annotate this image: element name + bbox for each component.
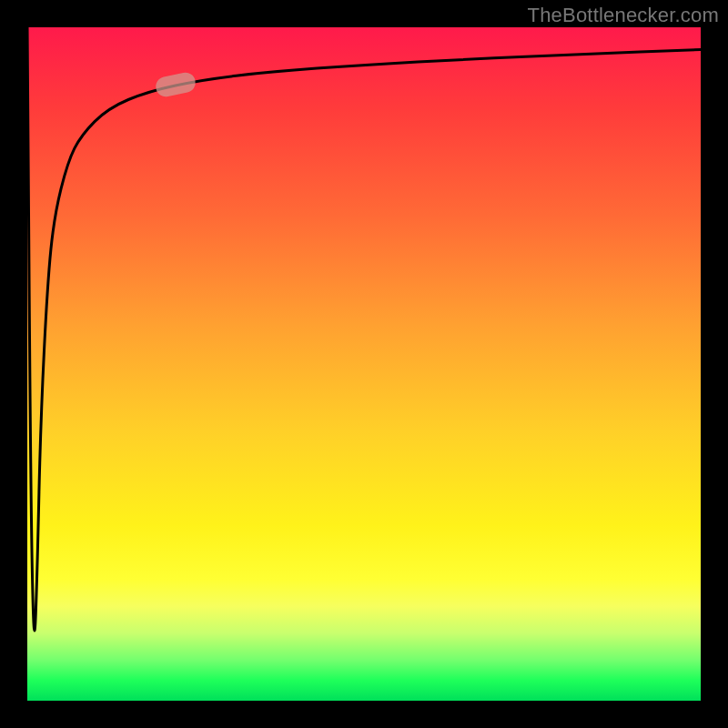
curve-layer bbox=[27, 27, 701, 701]
bottleneck-curve bbox=[27, 27, 701, 631]
plot-area bbox=[27, 27, 701, 701]
attribution-text: TheBottlenecker.com bbox=[528, 4, 719, 27]
chart-frame: TheBottlenecker.com bbox=[0, 0, 728, 728]
